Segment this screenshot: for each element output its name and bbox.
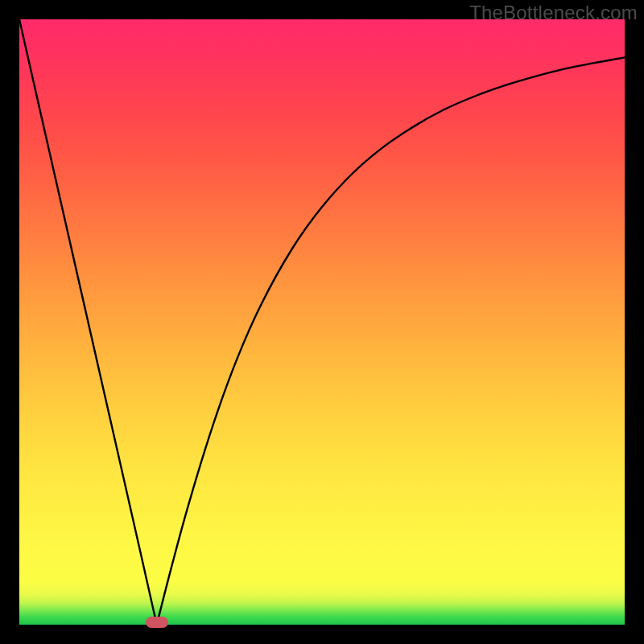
curve-left-branch [19,19,157,625]
optimal-marker [146,617,168,628]
curve-right-branch [157,57,625,625]
watermark-text: TheBottleneck.com [469,2,638,24]
bottleneck-curve [19,19,625,625]
plot-frame [19,19,625,625]
